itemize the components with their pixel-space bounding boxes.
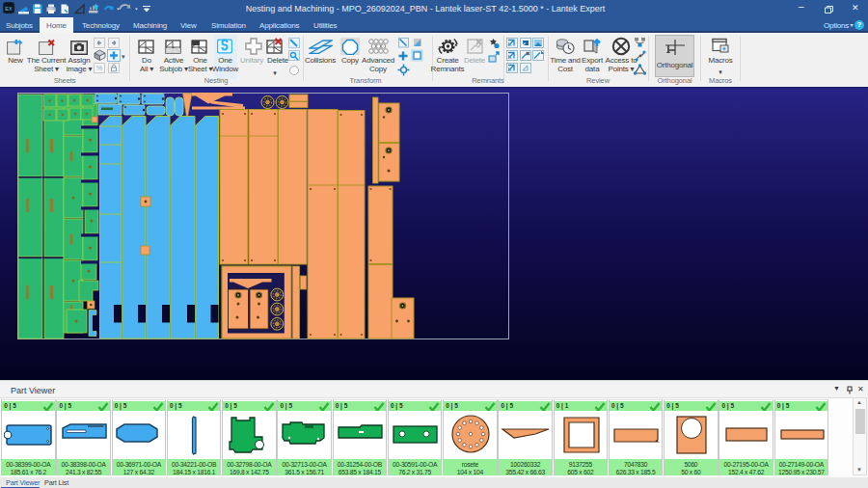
svg-text:%: %	[96, 65, 102, 71]
svg-text:EX: EX	[5, 6, 13, 12]
